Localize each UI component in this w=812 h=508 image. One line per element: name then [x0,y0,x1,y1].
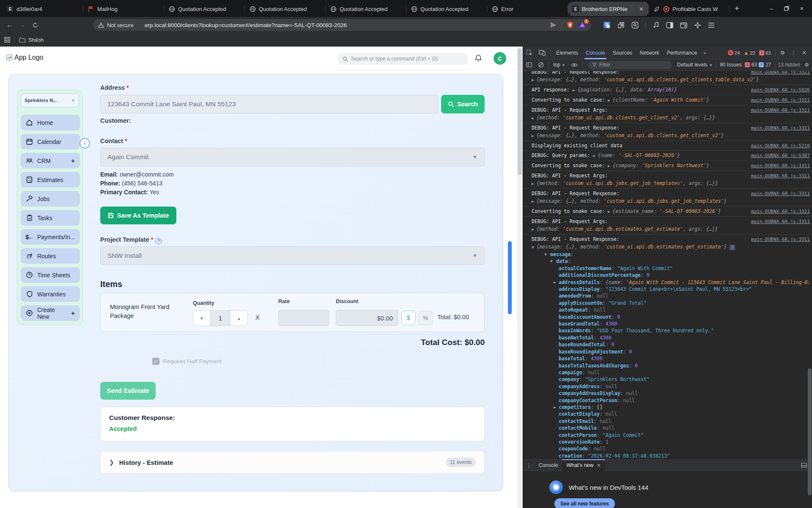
browser-tab-4[interactable]: Quotation Accepted [326,2,406,16]
console-log-entry[interactable]: DEBUG: API - Request Response:▶ {message… [523,71,812,85]
user-avatar[interactable]: C [494,52,506,65]
devtools-tab-sources[interactable]: Sources [609,47,636,59]
share-icon[interactable] [550,22,556,28]
source-link[interactable]: main-DUBNX-6R.js:5387 [749,152,810,160]
devtools-tab-elements[interactable]: Elements [552,47,582,59]
back-button[interactable]: ← [3,21,16,29]
history-accordion[interactable]: ❯ History - Estimate 11 events [100,451,485,474]
sidebar-toggle-icon[interactable] [666,22,673,28]
rate-input[interactable] [278,310,329,326]
object-property-row[interactable]: conversionRate: 1 [532,439,809,445]
source-link[interactable]: main-DUBNX-6R.js:3311 [749,208,810,215]
contact-select[interactable]: Again Commit▼ [100,148,485,166]
devtools-close-icon[interactable]: ✕ [799,50,809,56]
console-log-entry[interactable]: DEBUG: API - Request Args:▶ {method: 'cu… [523,105,812,123]
console-log-entry[interactable]: Converting to snake case: ▶ {clientName:… [523,95,812,105]
object-property-row[interactable]: companyContactPerson: null [532,397,809,404]
object-property-row[interactable]: contactMobile: null [532,425,809,431]
drawer-kebab-menu-icon[interactable]: ⋮ [523,462,535,469]
menu-hamburger-icon[interactable] [708,22,715,28]
command-search-input[interactable]: Search or type a command (Ctrl + G) [338,53,467,65]
object-property-row[interactable]: ▶competitors: [] [532,404,809,411]
object-property-row[interactable]: contactEmail: null [532,418,809,425]
object-property-row[interactable]: autoRepeat: null [532,306,809,313]
browser-tab-3[interactable]: Quotation Accepted [245,2,326,16]
object-property-row[interactable]: ▶addressDetails: {name: 'Again With Comm… [532,279,809,286]
console-filter-input[interactable]: Filter [588,61,672,69]
sidebar-item-warranties[interactable]: Warranties [21,286,80,302]
inspect-element-icon[interactable] [523,50,536,56]
sidebar-item-estimates[interactable]: Estimates [21,172,80,188]
sidebar-item-crm[interactable]: CRM+ [21,153,80,168]
new-tab-button[interactable]: + [735,4,739,13]
object-property-row[interactable]: additionalDiscountPercentage: 0 [532,272,809,279]
console-log-entry[interactable]: API response: ▶ {pagination: {…}, data: … [523,85,812,95]
console-log-entry[interactable]: Converting to snake case: ▶ {company: 'S… [523,160,812,171]
inner-scroll-indicator[interactable] [508,241,512,314]
forward-button[interactable]: → [16,21,29,29]
issues-summary[interactable]: 90 Issues: !63 !27 [718,62,773,68]
devtools-tab-network[interactable]: Network [636,47,663,59]
half-payment-checkbox[interactable]: ✓ [152,358,159,365]
company-selector[interactable]: Sprinklers N... ▼ [21,94,79,107]
console-log-entry[interactable]: DEBUG: API - Request Args:▶ {method: 'cu… [523,216,812,234]
search-tabs-icon[interactable] [631,22,639,29]
log-levels-select[interactable]: Default levels ▼ [675,62,714,68]
object-property-row[interactable]: baseRoundedTotal: 0 [532,341,809,348]
object-property-row[interactable]: companyAddress: null [532,383,809,390]
object-property-row[interactable]: contactDisplay: null [532,411,809,417]
browser-tab-0[interactable]: Ed3i9ei0ar4 [3,2,83,16]
context-selector[interactable]: top ▼ [551,62,568,68]
page-scrollbar[interactable] [517,47,523,508]
sidebar-item-calendar[interactable]: Calendar [21,134,80,149]
clear-console-icon[interactable] [535,62,547,68]
console-settings-gear-icon[interactable]: ⚙ [801,62,812,68]
bookmark-folder-shiloh[interactable]: Shiloh [28,37,44,43]
minimize-button[interactable]: – [770,5,773,12]
console-log-entry[interactable]: DEBUG: Query params: ▶ {name: '-SAL-QT-0… [523,150,812,160]
devtools-settings-gear-icon[interactable]: ⚙ [777,50,788,56]
console-log-entry[interactable]: Displaying existing client datamain-DUBN… [523,141,812,150]
reader-mode-icon[interactable] [603,21,611,29]
sidebar-item-jobs[interactable]: Jobs [21,191,80,207]
sidebar-item-create-new[interactable]: Create New+ [21,305,80,321]
browser-tab-8[interactable]: Profitable Casts W [649,2,730,16]
error-count-badge[interactable]: ✕24 [728,50,740,55]
send-estimate-button[interactable]: Send Estimate [100,382,156,400]
more-tabs-button[interactable]: » [703,50,706,56]
browser-tab-7[interactable]: EBrotherton ERPNe✕ [568,2,649,16]
devtools-tab-performance[interactable]: Performance [663,47,701,59]
sidebar-collapse-button[interactable]: ‹ [80,138,90,149]
object-property-row[interactable]: addressDisplay: "123643 Commit Lane<br>\… [532,286,809,293]
drawer-tab-whats-new[interactable]: What's new✕ [562,459,605,471]
app-logo[interactable]: App Logo [6,54,44,61]
close-drawer-tab-icon[interactable]: ✕ [597,462,601,469]
leo-ai-sparkle-icon[interactable] [694,22,701,29]
close-window-button[interactable]: × [800,5,804,12]
object-property-row[interactable]: ▼data: [532,258,809,265]
object-property-row[interactable]: campaign: null [532,369,809,376]
object-property-row[interactable]: companyAddressDisplay: null [532,390,809,397]
tab-close-icon[interactable]: ✕ [638,6,645,12]
object-property-row[interactable]: baseRoundingAdjustment: 0 [532,348,809,355]
console-log-entry[interactable]: DEBUG: API - Request Args:▶ {method: 'cu… [523,171,812,188]
source-link[interactable]: main-DUBNX-6R.js:3311 [749,218,810,226]
reload-button[interactable] [29,22,41,28]
sidebar-item-routes[interactable]: Routes [21,248,80,264]
console-log-entry[interactable]: DEBUG: API - Request Response:▼ {message… [523,234,812,459]
object-property-row[interactable]: baseNetTotal: 4300 [532,334,809,341]
help-icon[interactable]: ? [155,238,162,244]
discount-percent-toggle[interactable]: % [418,311,433,325]
browser-tab-6[interactable]: Error [487,2,568,16]
sidebar-item-payments-in[interactable]: $←Payments/In... [21,229,80,245]
discount-dollar-toggle[interactable]: $ [401,311,416,325]
device-toolbar-icon[interactable] [536,50,549,56]
sidebar-item-home[interactable]: Home [21,115,80,130]
restore-button[interactable] [784,6,789,11]
console-log-entry[interactable]: DEBUG: API - Request Response:▶ {message… [523,123,812,141]
sidebar-item-tasks[interactable]: Tasks [21,210,80,226]
brave-shield-icon[interactable] [567,21,573,29]
devtools-tab-console[interactable]: Console [582,47,609,59]
discount-input[interactable]: $0.00 [336,310,398,326]
devtools-scrollbar-thumb[interactable] [808,368,812,495]
